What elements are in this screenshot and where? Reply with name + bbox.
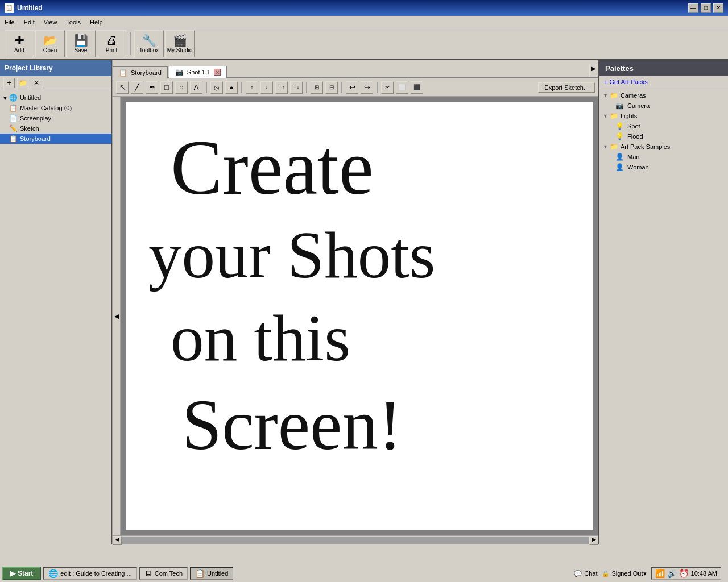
print-label: Print <box>106 47 118 53</box>
camera-label: Camera <box>627 102 650 109</box>
tool-undo[interactable]: ↩ <box>346 81 358 94</box>
tool-box2[interactable]: ⬛ <box>411 81 423 94</box>
menu-bar: File Edit View Tools Help <box>0 16 728 28</box>
tool-box1[interactable]: ⬜ <box>396 81 408 94</box>
chat-label[interactable]: Chat <box>584 570 597 577</box>
tool-pen[interactable]: ✒ <box>146 81 158 94</box>
start-button[interactable]: ▶ Start <box>2 567 41 580</box>
menu-help[interactable]: Help <box>85 18 107 27</box>
palettes-header: Palettes <box>599 60 728 76</box>
tool-pencil[interactable]: ╱ <box>131 81 143 94</box>
tab-shot11[interactable]: 📷 Shot 1.1 ✕ <box>169 66 227 78</box>
tool-redo[interactable]: ↪ <box>361 81 373 94</box>
draw-sep-3 <box>306 82 307 93</box>
tree-item-mastercatalog[interactable]: 📋 Master Catalog (0) <box>0 103 111 113</box>
add-button[interactable]: ✚ Add <box>5 30 34 57</box>
save-label: Save <box>75 47 88 53</box>
artpack-folder-icon: 📁 <box>610 143 618 151</box>
palette-cameras-folder[interactable]: ▼ 📁 Cameras <box>599 90 728 101</box>
palette-tree: ▼ 📁 Cameras 📷 Camera ▼ 📁 Lights 💡 Spot <box>599 88 728 544</box>
storyboard-tab-icon: 📋 <box>119 69 127 77</box>
tab-shot11-label: Shot 1.1 <box>187 69 210 76</box>
tool-circ-outline[interactable]: ◎ <box>210 81 223 94</box>
tree-item-sketch[interactable]: ✏️ Sketch <box>0 123 111 134</box>
scroll-left-handle[interactable]: ◀ <box>113 97 121 535</box>
tool-grid2[interactable]: ⊟ <box>325 81 338 94</box>
taskbar-right: 💬 Chat 🔒 Signed Out▾ 📶 🔊 ⏰ 10:48 AM <box>569 567 726 580</box>
tree-item-untitled[interactable]: ▼ 🌐 Untitled <box>0 93 111 103</box>
mystudio-button[interactable]: 🎬 My Studio <box>165 30 195 57</box>
tool-rectangle[interactable]: □ <box>160 81 173 94</box>
library-folder-button[interactable]: 📁 <box>17 78 28 88</box>
artpack-expand-icon: ▼ <box>603 144 608 149</box>
tool-align-up[interactable]: ↑ <box>246 81 258 94</box>
draw-sep-1 <box>206 82 207 93</box>
tab-scroll-right[interactable]: ▶ <box>589 65 598 77</box>
woman-label: Woman <box>627 164 649 171</box>
camera-icon: 📷 <box>615 102 624 110</box>
save-button[interactable]: 💾 Save <box>66 30 96 57</box>
palette-woman-item[interactable]: 👤 Woman <box>599 162 728 172</box>
title-controls: — □ ✕ <box>688 3 723 13</box>
palette-camera-item[interactable]: 📷 Camera <box>599 101 728 111</box>
woman-icon: 👤 <box>615 163 624 171</box>
tool-grid1[interactable]: ⊞ <box>311 81 323 94</box>
lights-folder-icon: 📁 <box>610 112 618 120</box>
maximize-button[interactable]: □ <box>701 3 711 13</box>
tab-close-button[interactable]: ✕ <box>214 69 221 76</box>
tool-align-down[interactable]: ↓ <box>260 81 273 94</box>
tool-cut[interactable]: ✂ <box>381 81 394 94</box>
print-icon: 🖨 <box>106 35 117 46</box>
tab-storyboard[interactable]: 📋 Storyboard <box>113 66 168 78</box>
tool-text-down[interactable]: T↓ <box>290 81 303 94</box>
menu-file[interactable]: File <box>0 18 19 27</box>
lock-icon: 🔒 <box>602 570 610 577</box>
chat-area: 💬 Chat <box>574 570 597 577</box>
scroll-right-btn2[interactable]: ▶ <box>589 536 598 545</box>
taskbar-item-untitled[interactable]: 📋 Untitled <box>190 567 233 580</box>
scroll-left-btn[interactable]: ◀ <box>113 536 122 545</box>
taskbar-item-comtech[interactable]: 🖥 Com Tech <box>139 567 188 580</box>
expand-icon: ▼ <box>2 95 8 101</box>
tree-item-screenplay[interactable]: 📄 Screenplay <box>0 113 111 123</box>
library-close-button[interactable]: ✕ <box>31 78 42 88</box>
tool-select[interactable]: ↖ <box>116 81 129 94</box>
menu-edit[interactable]: Edit <box>19 18 39 27</box>
start-label: Start <box>18 569 33 577</box>
palette-flood-item[interactable]: 💡 Flood <box>599 131 728 142</box>
spot-icon: 💡 <box>615 122 624 130</box>
drawing-canvas[interactable]: Create your Shots on this Screen! <box>126 102 593 530</box>
scrollbar-track[interactable] <box>122 537 589 544</box>
title-bar: 📋 Untitled — □ ✕ <box>0 0 728 16</box>
get-art-packs-link[interactable]: + Get Art Packs <box>599 76 728 88</box>
tab-filler <box>228 77 589 78</box>
tool-text-up[interactable]: T↑ <box>275 81 288 94</box>
mystudio-label: My Studio <box>167 47 192 53</box>
toolbox-button[interactable]: 🔧 Toolbox <box>134 30 164 57</box>
man-label: Man <box>627 153 639 160</box>
untitled-task-icon: 📋 <box>195 569 205 578</box>
taskbar-item-guide[interactable]: 🌐 edit : Guide to Creating ... <box>43 567 136 580</box>
tool-circ-fill[interactable]: ● <box>225 81 238 94</box>
save-icon: 💾 <box>74 35 88 46</box>
cameras-label: Cameras <box>621 92 646 99</box>
palette-spot-item[interactable]: 💡 Spot <box>599 121 728 131</box>
menu-tools[interactable]: Tools <box>61 18 85 27</box>
palette-lights-folder[interactable]: ▼ 📁 Lights <box>599 111 728 121</box>
menu-view[interactable]: View <box>39 18 62 27</box>
toolbar-separator <box>130 32 131 55</box>
open-button[interactable]: 📂 Open <box>35 30 65 57</box>
tree-item-storyboard[interactable]: 📋 Storyboard <box>0 134 111 144</box>
palette-artpack-folder[interactable]: ▼ 📁 Art Pack Samples <box>599 142 728 152</box>
export-sketch-button[interactable]: Export Sketch... <box>538 82 595 93</box>
draw-sep-5 <box>377 82 378 93</box>
close-button[interactable]: ✕ <box>713 3 723 13</box>
tool-text[interactable]: A <box>190 81 202 94</box>
library-add-button[interactable]: + <box>3 78 15 88</box>
minimize-button[interactable]: — <box>688 3 698 13</box>
palette-man-item[interactable]: 👤 Man <box>599 152 728 162</box>
tool-ellipse[interactable]: ○ <box>175 81 188 94</box>
print-button[interactable]: 🖨 Print <box>97 30 126 57</box>
signed-out-label: Signed Out▾ <box>611 570 646 577</box>
man-icon: 👤 <box>615 153 624 161</box>
